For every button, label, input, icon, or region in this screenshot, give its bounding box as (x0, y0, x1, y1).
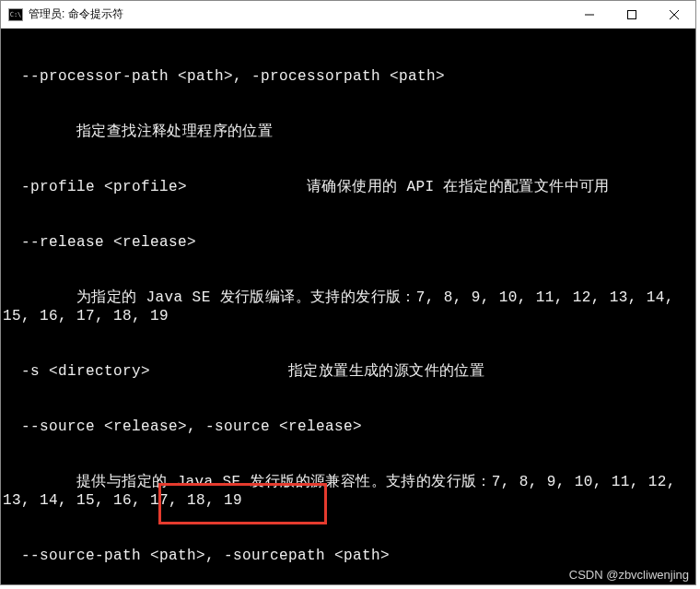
close-icon (670, 10, 679, 19)
terminal-line: -s <directory> 指定放置生成的源文件的位置 (3, 362, 690, 381)
close-button[interactable] (653, 1, 695, 28)
titlebar[interactable]: C:\ 管理员: 命令提示符 (1, 1, 695, 29)
terminal-line: --source <release>, -source <release> (3, 418, 690, 436)
svg-rect-1 (628, 10, 636, 18)
terminal-line: 提供与指定的 Java SE 发行版的源兼容性。支持的发行版：7, 8, 9, … (3, 473, 690, 510)
maximize-icon (627, 10, 636, 19)
terminal-line: 为指定的 Java SE 发行版编译。支持的发行版：7, 8, 9, 10, 1… (3, 289, 690, 325)
watermark-text: CSDN @zbvcliwenjing (569, 568, 689, 582)
terminal-line: -profile <profile> 请确保使用的 API 在指定的配置文件中可… (3, 178, 690, 196)
terminal-line: 指定查找注释处理程序的位置 (3, 123, 690, 141)
terminal-line: --processor-path <path>, -processorpath … (3, 67, 690, 86)
cmd-icon: C:\ (8, 8, 23, 21)
minimize-button[interactable] (568, 1, 611, 28)
window-title: 管理员: 命令提示符 (29, 6, 568, 22)
maximize-button[interactable] (611, 1, 653, 28)
terminal-line: --source-path <path>, -sourcepath <path> (3, 547, 690, 565)
terminal-content[interactable]: --processor-path <path>, -processorpath … (1, 29, 695, 584)
cmd-window: C:\ 管理员: 命令提示符 --processor-path <path>, … (0, 0, 696, 585)
window-controls (568, 1, 695, 28)
terminal-line: --release <release> (3, 233, 690, 252)
minimize-icon (585, 10, 594, 19)
